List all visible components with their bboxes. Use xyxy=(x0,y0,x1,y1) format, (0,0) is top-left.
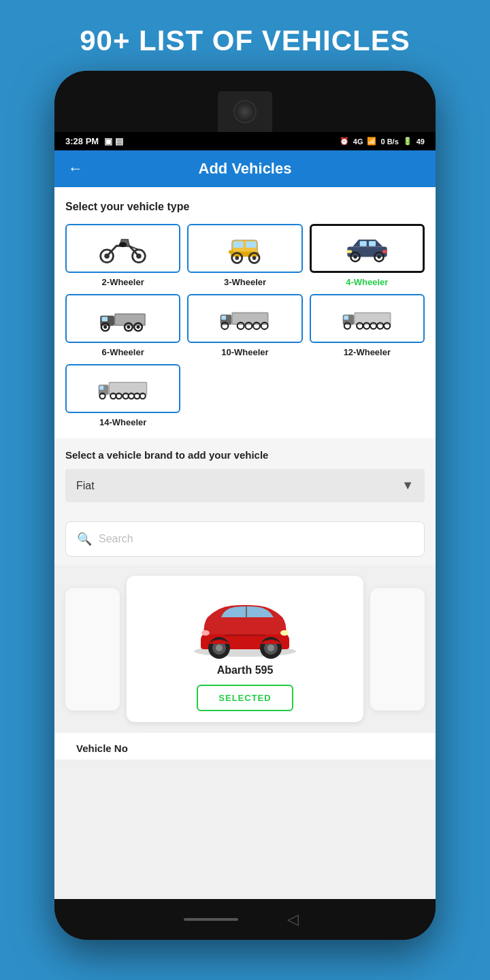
svg-rect-24 xyxy=(102,317,108,322)
search-box[interactable]: 🔍 Search xyxy=(65,521,425,557)
svg-point-18 xyxy=(353,255,357,259)
dropdown-arrow-icon: ▼ xyxy=(402,478,414,493)
car-card-right-partial xyxy=(370,588,425,710)
svg-point-71 xyxy=(280,630,289,636)
svg-rect-7 xyxy=(246,242,257,248)
svg-rect-22 xyxy=(382,250,387,253)
vehicle-img-6w xyxy=(65,294,180,343)
battery-icon: 🔋 xyxy=(403,137,412,146)
svg-rect-6 xyxy=(233,242,244,248)
svg-rect-45 xyxy=(355,314,390,324)
battery-level: 49 xyxy=(416,137,425,146)
back-nav-icon: ◁ xyxy=(287,911,299,928)
data-speed: 0 B/s xyxy=(380,137,398,146)
svg-point-28 xyxy=(103,325,107,329)
car-image xyxy=(184,587,306,664)
search-input[interactable]: Search xyxy=(99,533,133,545)
svg-rect-16 xyxy=(369,241,376,246)
vehicle-type-label: Select your vehicle type xyxy=(65,201,425,213)
content-area: Select your vehicle type xyxy=(54,187,436,760)
vehicle-item-14w[interactable]: 14-Wheeler xyxy=(65,364,180,427)
camera-lens xyxy=(233,100,257,123)
status-left: 3:28 PM ▣ ▤ xyxy=(65,136,123,146)
svg-rect-55 xyxy=(110,383,146,394)
svg-point-4 xyxy=(119,242,127,248)
page-background-title: 90+ LIST OF VEHICLES xyxy=(80,24,410,57)
status-icons: ▣ ▤ xyxy=(104,136,123,146)
app-screen: ← Add Vehicles Select your vehicle type xyxy=(54,150,436,899)
vehicle-item-12w[interactable]: 12-Wheeler xyxy=(310,294,425,357)
phone-top xyxy=(54,71,436,132)
back-nav-button[interactable]: ◁ xyxy=(279,906,306,933)
brand-dropdown[interactable]: Fiat ▼ xyxy=(65,469,425,502)
phone-device: 3:28 PM ▣ ▤ ⏰ 4G 📶 0 B/s 🔋 49 ← Add Vehi… xyxy=(54,71,436,940)
app-header-title: Add Vehicles xyxy=(91,160,399,178)
car-name: Abarth 595 xyxy=(217,664,274,676)
abarth-car-image xyxy=(184,587,306,662)
back-button[interactable]: ← xyxy=(68,160,83,178)
signal-icon: 4G xyxy=(353,137,363,146)
vehicle-img-4w xyxy=(310,224,425,273)
svg-rect-14 xyxy=(347,247,387,257)
status-time: 3:28 PM xyxy=(65,136,99,146)
selected-button[interactable]: SELECTED xyxy=(197,685,293,711)
wifi-icon: 📶 xyxy=(367,137,376,146)
status-right: ⏰ 4G 📶 0 B/s 🔋 49 xyxy=(340,137,425,146)
vehicle-label-14w: 14-Wheeler xyxy=(99,417,146,427)
tuk-tuk-icon xyxy=(219,232,270,265)
camera-bump xyxy=(218,91,272,132)
car-icon xyxy=(342,232,393,265)
svg-point-20 xyxy=(377,255,380,259)
svg-point-30 xyxy=(127,325,130,329)
svg-point-32 xyxy=(137,325,140,329)
vehicle-img-12w xyxy=(310,294,425,343)
brand-section-label: Select a vehicle brand to add your vehic… xyxy=(65,449,425,461)
vehicle-label-12w: 12-Wheeler xyxy=(344,347,391,357)
car-cards-section: Abarth 595 SELECTED xyxy=(54,565,436,733)
svg-rect-15 xyxy=(359,241,366,246)
svg-point-70 xyxy=(267,644,274,651)
vehicle-img-10w xyxy=(187,294,302,343)
svg-rect-53 xyxy=(99,386,103,390)
motorcycle-icon xyxy=(97,232,148,265)
vehicle-grid: 2-Wheeler xyxy=(65,224,425,427)
vehicle-type-section: Select your vehicle type xyxy=(65,201,425,427)
vehicle-img-14w xyxy=(65,364,180,413)
vehicle-img-3w xyxy=(187,224,302,273)
svg-point-12 xyxy=(252,256,257,260)
car-card-main[interactable]: Abarth 595 SELECTED xyxy=(127,576,363,722)
vehicle-label-6w: 6-Wheeler xyxy=(102,347,144,357)
svg-rect-73 xyxy=(225,634,265,636)
vehicle-label-2w: 2-Wheeler xyxy=(102,277,144,287)
phone-bottom-nav: ◁ xyxy=(54,899,436,940)
vehicle-img-2w xyxy=(65,224,180,273)
alarm-icon: ⏰ xyxy=(340,137,349,146)
svg-point-67 xyxy=(216,644,223,651)
truck-10w-icon xyxy=(219,302,270,335)
vehicle-item-10w[interactable]: 10-Wheeler xyxy=(187,294,302,357)
svg-point-10 xyxy=(235,256,240,260)
brand-dropdown-text: Fiat xyxy=(76,480,95,492)
vehicle-item-4w[interactable]: 4-Wheeler xyxy=(310,224,425,287)
truck-12w-icon xyxy=(342,302,393,335)
search-icon: 🔍 xyxy=(77,532,92,546)
vehicle-label-10w: 10-Wheeler xyxy=(221,347,268,357)
svg-rect-21 xyxy=(346,250,351,253)
vehicle-item-2w[interactable]: 2-Wheeler xyxy=(65,224,180,287)
vehicle-label-4w: 4-Wheeler xyxy=(346,277,388,287)
vehicle-item-3w[interactable]: 3-Wheeler xyxy=(187,224,302,287)
status-bar: 3:28 PM ▣ ▤ ⏰ 4G 📶 0 B/s 🔋 49 xyxy=(54,132,436,150)
svg-point-72 xyxy=(201,630,210,636)
vehicle-item-6w[interactable]: 6-Wheeler xyxy=(65,294,180,357)
svg-rect-34 xyxy=(222,316,227,320)
truck-6w-icon xyxy=(97,302,148,335)
car-card-left-partial xyxy=(65,588,120,710)
vehicle-no-label: Vehicle No xyxy=(65,733,425,760)
truck-14w-icon xyxy=(97,372,148,405)
vehicle-label-3w: 3-Wheeler xyxy=(224,277,266,287)
brand-section: Select a vehicle brand to add your vehic… xyxy=(54,438,436,513)
home-bar[interactable] xyxy=(184,918,238,921)
app-header: ← Add Vehicles xyxy=(54,150,436,187)
search-section: 🔍 Search xyxy=(54,513,436,565)
svg-rect-43 xyxy=(344,316,348,320)
